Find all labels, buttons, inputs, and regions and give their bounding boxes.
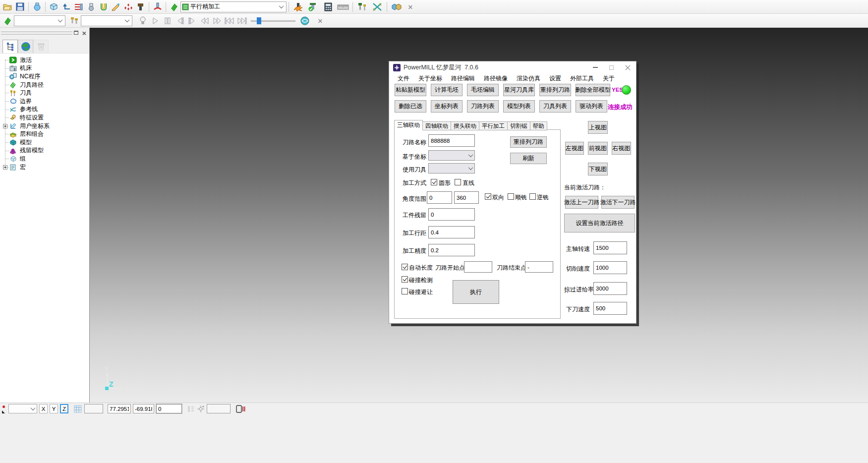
stock-allowance-input[interactable] — [428, 208, 475, 221]
model-list-button[interactable]: 模型列表 — [503, 100, 535, 113]
tool-verify-icon[interactable] — [306, 1, 321, 13]
rewind-icon[interactable] — [198, 15, 211, 27]
tree-item-macros[interactable]: 宏 — [0, 163, 89, 172]
go-to-start-icon[interactable] — [223, 15, 235, 27]
set-active-path-button[interactable]: 设置当前激活路径 — [564, 214, 635, 232]
panel-grip[interactable] — [1, 31, 72, 32]
tool-icon[interactable] — [68, 15, 81, 27]
tool-edit-icon[interactable] — [72, 1, 85, 13]
view-front-button[interactable]: 前视图 — [588, 142, 608, 155]
measure-icon[interactable] — [336, 1, 350, 13]
pause-icon[interactable] — [161, 15, 174, 27]
delete-selected-button[interactable]: 删除已选 — [395, 100, 426, 113]
view-top-button[interactable]: 上视图 — [588, 121, 608, 134]
tab-4axis[interactable]: 四轴联动 — [423, 121, 451, 130]
rearrange-toolpaths-button[interactable]: 重排列刀路 — [539, 84, 571, 96]
start-point-input[interactable] — [464, 261, 492, 273]
panel-grip[interactable] — [1, 33, 72, 35]
conventional-checkbox[interactable] — [529, 193, 536, 200]
tree-item-groups[interactable]: 组 — [0, 155, 89, 163]
toolpath-combobox[interactable] — [14, 15, 65, 26]
calc-stock-button[interactable]: 计算毛坯 — [431, 84, 463, 96]
execute-button[interactable]: 执行 — [453, 280, 499, 304]
panel-close-icon[interactable] — [80, 29, 87, 36]
calculator-icon[interactable] — [321, 1, 336, 13]
tree-item-activate[interactable]: 激活 — [0, 56, 89, 64]
axis-z-button[interactable]: Z — [60, 404, 68, 413]
menu-about-coords[interactable]: 关于坐标 — [414, 74, 447, 83]
tab-recycle-bin[interactable] — [33, 40, 49, 53]
go-to-end-icon[interactable] — [235, 15, 248, 27]
climb-checkbox[interactable] — [508, 193, 514, 200]
minimize-button[interactable] — [587, 62, 603, 73]
locate-point-icon[interactable] — [196, 405, 206, 412]
toolpath-spring-icon[interactable] — [168, 1, 180, 13]
tree-item-feature-sets[interactable]: 特征设置 — [0, 114, 89, 122]
tool-pair-icon[interactable] — [355, 1, 370, 13]
dialog-titlebar[interactable]: PowerMILL 忆梦星河 7.0.6 — [389, 61, 636, 73]
plunge-speed-input[interactable] — [593, 302, 627, 315]
tree-item-toolpaths[interactable]: 刀具路径 — [0, 81, 89, 89]
tab-head-swing[interactable]: 摆头联动 — [451, 121, 479, 130]
tab-parallel[interactable]: 平行加工 — [479, 121, 508, 130]
bidirectional-checkbox[interactable] — [485, 193, 491, 200]
open-project-icon[interactable] — [1, 1, 14, 13]
ball-tool-icon[interactable] — [85, 1, 97, 13]
maximize-button[interactable] — [603, 62, 620, 73]
circular-checkbox[interactable] — [431, 179, 437, 185]
stock-edit-button[interactable]: 毛坯编辑 — [467, 84, 499, 96]
cutting-speed-input[interactable] — [593, 261, 627, 274]
viewmill-sphere-icon[interactable] — [298, 15, 311, 27]
slider-handle[interactable] — [257, 17, 261, 24]
rapid-heights-icon[interactable] — [60, 1, 72, 13]
collision-check-icon[interactable] — [151, 1, 164, 13]
tree-item-nc-programs[interactable]: NC程序 — [0, 72, 89, 81]
compare-models-icon[interactable] — [389, 1, 404, 13]
tab-help[interactable]: 帮助 — [530, 121, 547, 130]
drive-list-button[interactable]: 驱动列表 — [576, 100, 607, 113]
tree-item-workplanes[interactable]: 用户坐标系 — [0, 122, 89, 130]
pattern-edit-icon[interactable] — [110, 1, 122, 13]
toolbar-close-icon[interactable] — [404, 1, 416, 13]
stepover-input[interactable] — [428, 226, 475, 238]
expand-icon[interactable] — [3, 124, 7, 128]
tool-burst-icon[interactable] — [291, 1, 306, 13]
points-icon[interactable] — [122, 1, 134, 13]
angle-from-input[interactable] — [427, 191, 452, 204]
activate-prev-button[interactable]: 激活上一刀路 — [565, 196, 598, 209]
linear-checkbox[interactable] — [455, 179, 461, 185]
tree-item-machine-tool[interactable]: 机床 — [0, 64, 89, 73]
statusbar-field2-input[interactable] — [207, 404, 231, 413]
play-icon[interactable] — [149, 15, 161, 27]
auto-length-checkbox[interactable] — [402, 264, 408, 270]
light-bulb-icon[interactable] — [136, 15, 149, 27]
close-button[interactable] — [620, 62, 636, 73]
coord-z-input[interactable] — [156, 404, 182, 413]
toolpath-list-button[interactable]: 刀路列表 — [467, 100, 499, 113]
axis-y-button[interactable]: Y — [50, 404, 58, 413]
paste-new-model-button[interactable]: 粘贴新模型 — [395, 84, 426, 96]
simulation-speed-slider[interactable] — [251, 16, 295, 26]
coord-list-icon[interactable] — [186, 405, 196, 412]
tree-item-stock-models[interactable]: 残留模型 — [0, 147, 89, 155]
toolpath-strategies-icon[interactable] — [31, 1, 43, 13]
menu-about[interactable]: 关于 — [598, 74, 619, 83]
step-back-icon[interactable] — [174, 15, 186, 27]
activate-next-button[interactable]: 激活下一刀路 — [601, 196, 635, 209]
coord-base-combobox[interactable] — [428, 150, 475, 161]
grid-size-input[interactable] — [84, 404, 103, 413]
tool-used-combobox[interactable] — [428, 163, 475, 174]
tool-list-button[interactable]: 刀具列表 — [539, 100, 571, 113]
collision-check-checkbox[interactable] — [402, 276, 408, 283]
tab-3axis[interactable]: 三轴联动 — [394, 120, 423, 130]
toolpath-spring-icon[interactable] — [1, 15, 14, 27]
refresh-button[interactable]: 刷新 — [510, 153, 547, 164]
view-bottom-button[interactable]: 下视图 — [588, 163, 608, 175]
tab-globe[interactable] — [18, 40, 33, 53]
expand-icon[interactable] — [3, 165, 7, 170]
coord-list-button[interactable]: 坐标列表 — [431, 100, 463, 113]
delete-all-models-button[interactable]: 删除全部模型 — [576, 84, 610, 96]
toolpath-name-input[interactable] — [428, 134, 475, 147]
tolerance-input[interactable] — [428, 244, 475, 256]
menu-settings[interactable]: 设置 — [545, 74, 566, 83]
